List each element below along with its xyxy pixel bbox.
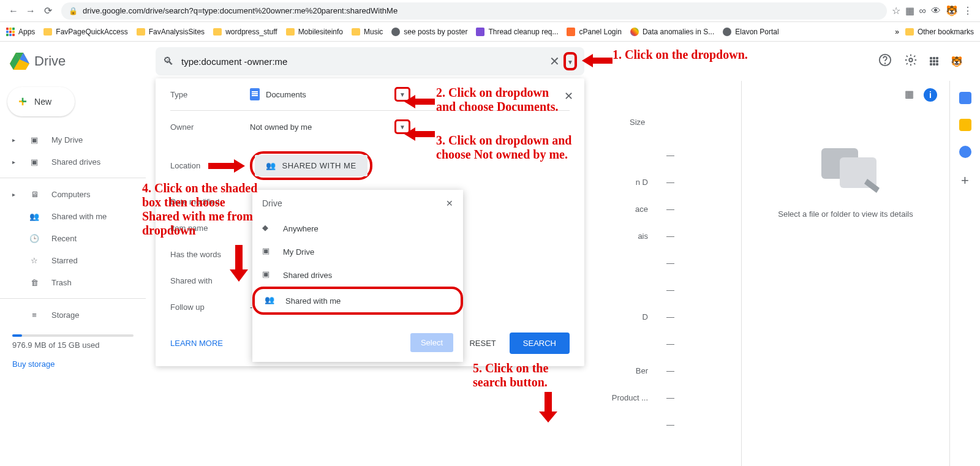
folder-icon [43, 28, 52, 36]
search-box[interactable]: 🔍︎ ✕ ▼ [156, 47, 584, 75]
svg-point-6 [885, 63, 886, 64]
calendar-icon[interactable] [959, 92, 971, 104]
grid-view-icon[interactable]: ▦ [905, 88, 914, 102]
star-icon[interactable]: ☆ [892, 5, 900, 17]
help-icon[interactable] [878, 53, 892, 69]
back-button[interactable]: ← [5, 2, 22, 20]
bookmark-item[interactable]: FavAnalysisSites [137, 28, 205, 36]
reload-button[interactable]: ⟳ [39, 2, 56, 20]
forward-button[interactable]: → [22, 2, 39, 20]
table-row[interactable]: ais— [575, 223, 674, 250]
select-button[interactable]: Select [410, 333, 453, 352]
location-chip[interactable]: 👥 SHARED WITH ME [255, 155, 368, 176]
arrow-down-icon [539, 392, 557, 425]
details-message: Select a file or folder to view its deta… [754, 209, 937, 219]
location-option-my-drive[interactable]: ▣My Drive [252, 240, 463, 263]
reset-button[interactable]: RESET [456, 333, 509, 354]
sidebar-item-recent[interactable]: 🕒Recent [0, 227, 146, 249]
overflow-icon[interactable]: » [895, 28, 899, 36]
drive-name: Drive [34, 53, 66, 69]
drive-logo[interactable]: Drive [10, 53, 156, 70]
tasks-icon[interactable] [959, 146, 971, 158]
bookmark-item[interactable]: Elavon Portal [723, 28, 778, 36]
bookmark-item[interactable]: Data anomalies in S... [630, 28, 714, 36]
browser-bar: ← → ⟳ 🔒 drive.google.com/drive/search?q=… [0, 0, 980, 22]
side-rail: + [949, 81, 980, 466]
new-button[interactable]: + New [7, 87, 75, 116]
location-option-shared-drives[interactable]: ▣Shared drives [252, 263, 463, 287]
search-options-dropdown[interactable]: ▼ [564, 52, 577, 70]
table-row[interactable]: Ber— [575, 358, 674, 385]
info-icon[interactable]: i [924, 88, 937, 102]
favicon [630, 28, 639, 36]
sidebar-item-computers[interactable]: ▸🖥Computers [0, 183, 146, 205]
location-option-shared-with-me[interactable]: 👥Shared with me [252, 287, 463, 315]
svg-marker-10 [582, 54, 612, 67]
search-icon: 🔍︎ [163, 55, 174, 68]
menu-icon[interactable]: ⋮ [963, 5, 973, 17]
sidebar-item-trash[interactable]: 🗑Trash [0, 271, 146, 293]
buy-storage-link[interactable]: Buy storage [0, 355, 146, 374]
favicon [391, 28, 400, 36]
follow-up-label: Follow up [170, 303, 250, 312]
table-row[interactable]: D— [575, 304, 674, 331]
table-row[interactable]: — [575, 277, 674, 304]
plus-icon: + [18, 93, 27, 110]
table-row[interactable]: Product ...— [575, 385, 674, 412]
close-icon[interactable]: ✕ [446, 198, 453, 208]
svg-marker-14 [230, 245, 248, 282]
table-row[interactable]: — [575, 412, 674, 438]
folder-icon [905, 28, 914, 36]
sidebar-item-starred[interactable]: ☆Starred [0, 249, 146, 271]
sidebar-item-shared-drives[interactable]: ▸▣Shared drives [0, 151, 146, 173]
annotation-2: 2. Click on dropdown and choose Document… [436, 86, 559, 114]
bookmark-item[interactable]: Music [352, 28, 383, 36]
bookmark-item[interactable]: cPanel Login [567, 28, 621, 36]
people-icon: 👥 [265, 295, 277, 306]
annotation-3: 3. Click on dropdown and choose Not owne… [436, 133, 577, 162]
bookmark-item[interactable]: wordpress_stuff [213, 28, 277, 36]
table-row[interactable]: — [575, 250, 674, 277]
account-avatar[interactable]: 🐯 [951, 56, 963, 67]
eye-icon[interactable]: 👁 [931, 6, 941, 17]
keep-icon[interactable] [959, 119, 971, 131]
bookmark-item[interactable]: Mobilesiteinfo [286, 28, 343, 36]
size-header[interactable]: Size [630, 118, 645, 127]
table-row[interactable]: n D— [575, 169, 674, 196]
clock-icon: 🕒 [28, 232, 40, 244]
arrow-icon [582, 54, 612, 67]
clear-search-icon[interactable]: ✕ [549, 54, 560, 69]
svg-marker-12 [404, 127, 435, 141]
ext3-icon[interactable]: 🐯 [946, 5, 958, 17]
location-option-anywhere[interactable]: ◆Anywhere [252, 217, 463, 240]
table-row[interactable]: — [575, 142, 674, 169]
favicon [723, 28, 731, 36]
storage-meter: 976.9 MB of 15 GB used [0, 326, 146, 355]
sidebar-item-my-drive[interactable]: ▸▣My Drive [0, 129, 146, 151]
other-bookmarks[interactable]: Other bookmarks [905, 28, 974, 36]
drive-icon: ▣ [28, 133, 40, 146]
bookmark-item[interactable]: see posts by poster [391, 28, 467, 36]
search-input[interactable] [181, 56, 549, 67]
url-text: drive.google.com/drive/search?q=type:doc… [83, 6, 398, 15]
folder-icon [286, 28, 295, 36]
type-label: Type [170, 90, 250, 99]
table-row[interactable]: — [575, 331, 674, 358]
apps-button[interactable]: Apps [6, 28, 35, 36]
settings-icon[interactable] [904, 53, 918, 69]
url-bar[interactable]: 🔒 drive.google.com/drive/search?q=type:d… [61, 2, 887, 20]
sidebar-item-storage[interactable]: ≡Storage [0, 304, 146, 326]
annotation-5: 5. Click on the search button. [473, 361, 571, 389]
learn-more-link[interactable]: LEARN MORE [170, 339, 223, 348]
bookmark-item[interactable]: Thread cleanup req... [476, 28, 558, 36]
ext1-icon[interactable]: ▦ [905, 5, 914, 17]
ext2-icon[interactable]: ∞ [919, 6, 926, 17]
table-row[interactable]: ace— [575, 196, 674, 223]
svg-marker-11 [404, 95, 435, 108]
apps-grid-icon[interactable] [930, 57, 938, 66]
sidebar-item-shared-with-me[interactable]: 👥Shared with me [0, 205, 146, 227]
people-icon: 👥 [28, 210, 40, 222]
add-icon[interactable]: + [959, 173, 971, 185]
search-button[interactable]: SEARCH [510, 333, 570, 354]
bookmark-item[interactable]: FavPageQuickAccess [43, 28, 127, 36]
